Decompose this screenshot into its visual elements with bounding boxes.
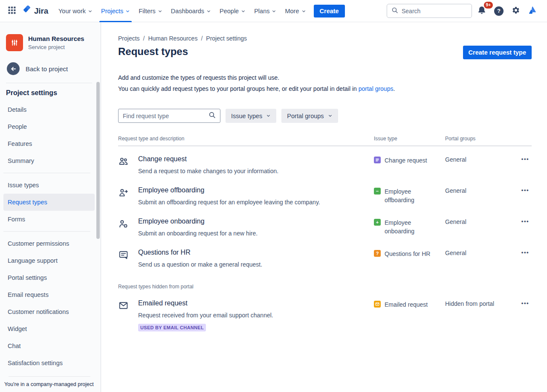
create-button[interactable]: Create (314, 5, 345, 17)
issue-type-label: Questions for HR (385, 250, 430, 258)
notifications-button[interactable]: 9+ (475, 3, 489, 19)
sidebar-item-chat[interactable]: Chat (3, 337, 95, 354)
create-request-type-button[interactable]: Create request type (463, 46, 532, 59)
request-type-name[interactable]: Employee offboarding (138, 186, 204, 194)
row-actions-button[interactable]: ••• (519, 155, 532, 163)
sidebar-item-forms[interactable]: Forms (3, 211, 95, 228)
back-to-project-label: Back to project (26, 65, 68, 73)
sidebar-item-features[interactable]: Features (3, 135, 95, 152)
sidebar-footer-divider (9, 376, 90, 377)
hidden-section-label: Request types hidden from portal (118, 284, 532, 290)
atlassian-button[interactable] (526, 3, 540, 19)
sidebar-item-people[interactable]: People (3, 118, 95, 135)
sidebar-item-language-support[interactable]: Language support (3, 252, 95, 269)
issue-type-cell: Change request (374, 155, 445, 165)
help-icon: ? (494, 6, 504, 16)
nav-item-your-work[interactable]: Your work (54, 0, 97, 22)
nav-item-more[interactable]: More (281, 0, 310, 22)
onboarding-issue-icon: + (374, 219, 381, 226)
search-icon (391, 7, 398, 15)
project-avatar (6, 34, 23, 51)
sidebar-group-divider (3, 231, 90, 232)
question-issue-icon: ? (374, 250, 381, 257)
request-type-description: Submit an offboarding request for an emp… (138, 198, 374, 206)
request-types-table: Request type and description Issue type … (118, 136, 532, 334)
issue-type-cell: ? Questions for HR (374, 249, 445, 258)
sidebar-section-title: Project settings (6, 89, 96, 97)
offboarding-issue-icon: − (374, 188, 381, 195)
row-actions-button[interactable]: ••• (519, 217, 532, 225)
issue-type-label: Employee onboarding (385, 218, 437, 235)
settings-button[interactable] (509, 3, 523, 19)
issue-type-cell: Emailed request (374, 299, 445, 309)
change-request-issue-icon (374, 157, 381, 163)
global-search-input[interactable] (402, 8, 467, 15)
row-actions-button[interactable]: ••• (519, 248, 532, 256)
table-row: Questions for HR Send us a question or m… (118, 240, 532, 271)
project-managed-note: You're in a company-managed project (4, 381, 94, 387)
request-type-description: Request received from your email support… (138, 311, 374, 319)
table-header: Request type and description Issue type … (118, 136, 532, 146)
main-content: Projects / Human Resources / Project set… (101, 22, 547, 392)
sidebar-item-customer-notifications[interactable]: Customer notifications (3, 303, 95, 320)
used-by-email-channel-badge: USED BY EMAIL CHANNEL (138, 324, 206, 331)
nav-item-filters[interactable]: Filters (134, 0, 166, 22)
email-issue-icon (374, 301, 381, 308)
column-portal-groups: Portal groups (445, 136, 507, 142)
sidebar-footer: You're in a company-managed project (0, 372, 101, 392)
issue-type-label: Emailed request (385, 300, 428, 309)
portal-groups-link[interactable]: portal groups (359, 85, 394, 92)
issue-type-cell: + Employee onboarding (374, 218, 445, 235)
sidebar-item-widget[interactable]: Widget (3, 320, 95, 337)
sidebar-item-portal-settings[interactable]: Portal settings (3, 269, 95, 286)
jira-logo-icon (22, 6, 32, 17)
project-header[interactable]: Human Resources Service project (6, 34, 96, 51)
project-name: Human Resources (28, 35, 84, 43)
nav-item-projects[interactable]: Projects (97, 0, 134, 22)
gear-icon (511, 6, 521, 16)
sidebar-item-customer-permissions[interactable]: Customer permissions (3, 235, 95, 252)
breadcrumb-project[interactable]: Human Resources (148, 35, 197, 42)
filter-bar: Issue types Portal groups (118, 109, 532, 123)
row-actions-button[interactable]: ••• (519, 186, 532, 194)
sidebar-item-email-requests[interactable]: Email requests (3, 286, 95, 303)
column-issue-type: Issue type (374, 136, 445, 142)
sidebar-item-request-types[interactable]: Request types (3, 194, 95, 211)
question-bubble-icon (118, 249, 138, 262)
sidebar-item-issue-types[interactable]: Issue types (3, 177, 95, 194)
sidebar-item-details[interactable]: Details (3, 101, 95, 118)
request-type-name[interactable]: Employee onboarding (138, 218, 205, 225)
help-button[interactable]: ? (492, 4, 506, 18)
nav-item-plans[interactable]: Plans (250, 0, 281, 22)
sidebar: Human Resources Service project Back to … (0, 22, 101, 392)
nav-item-dashboards[interactable]: Dashboards (167, 0, 215, 22)
portal-groups-filter[interactable]: Portal groups (281, 109, 338, 123)
app-switcher-button[interactable] (5, 3, 19, 18)
table-row: Employee onboarding Submit an onboarding… (118, 209, 532, 240)
global-search[interactable] (387, 4, 472, 18)
project-type: Service project (28, 44, 84, 50)
sidebar-scrollbar[interactable] (96, 82, 100, 239)
breadcrumb-projects[interactable]: Projects (118, 35, 140, 42)
request-type-description: Send a request to make changes to your i… (138, 167, 374, 175)
jira-logo-text: Jira (34, 6, 48, 16)
breadcrumb-project-settings[interactable]: Project settings (206, 35, 247, 42)
request-type-name[interactable]: Change request (138, 155, 187, 163)
person-leave-icon (118, 186, 138, 200)
sidebar-divider (6, 83, 92, 83)
portal-group-value: General (445, 218, 507, 225)
nav-item-people[interactable]: People (215, 0, 250, 22)
row-actions-button[interactable]: ••• (519, 299, 532, 307)
issue-types-filter[interactable]: Issue types (226, 109, 276, 123)
notification-badge: 9+ (484, 2, 493, 9)
sidebar-item-summary[interactable]: Summary (3, 152, 95, 169)
back-to-project[interactable]: Back to project (7, 62, 96, 75)
jira-logo[interactable]: Jira (22, 6, 48, 17)
find-request-type-search[interactable] (118, 109, 220, 123)
table-row: Emailed request Request received from yo… (118, 290, 532, 334)
request-type-name[interactable]: Questions for HR (138, 249, 191, 256)
sidebar-item-satisfaction-settings[interactable]: Satisfaction settings (3, 354, 95, 372)
person-add-icon (118, 218, 138, 231)
request-type-name[interactable]: Emailed request (138, 299, 188, 307)
find-request-type-input[interactable] (123, 113, 208, 119)
